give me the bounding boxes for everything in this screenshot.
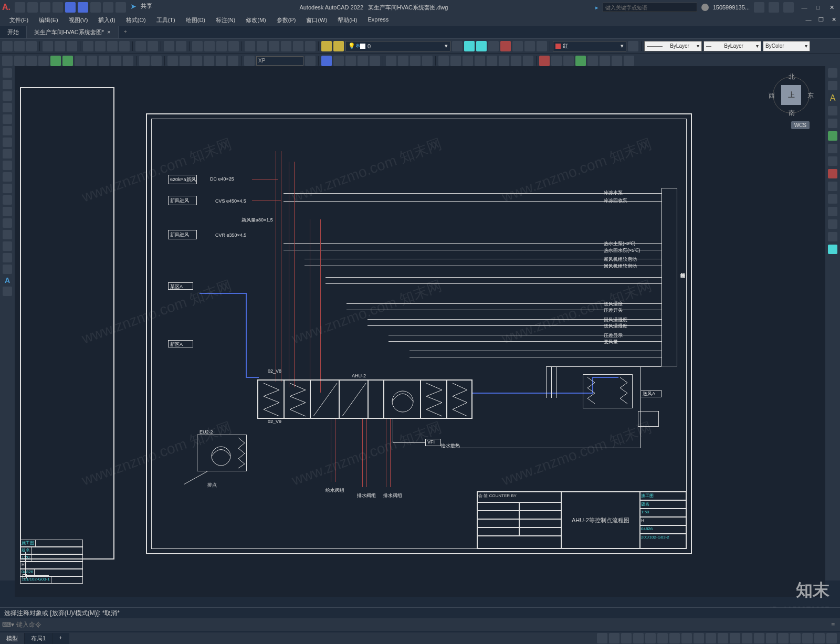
- centermark-icon[interactable]: [180, 56, 190, 66]
- dim-baseline-icon[interactable]: [111, 56, 121, 66]
- polar-icon[interactable]: [645, 633, 656, 643]
- rectangle-icon[interactable]: [3, 114, 12, 124]
- linetype-dropdown[interactable]: ———ByLayer▾: [644, 41, 702, 51]
- command-line[interactable]: ⌨▾ ≡: [0, 618, 840, 631]
- copy-icon[interactable]: [95, 41, 106, 51]
- revcloud-icon[interactable]: [3, 149, 12, 159]
- block-icon[interactable]: [135, 41, 146, 51]
- right-tb-13-icon[interactable]: [828, 232, 837, 241]
- preview-icon[interactable]: [55, 41, 65, 51]
- quickprops-icon[interactable]: [742, 633, 752, 643]
- open-file-icon[interactable]: [14, 41, 25, 51]
- polygon-icon[interactable]: [3, 103, 12, 112]
- break-icon[interactable]: [463, 56, 473, 66]
- markup-icon[interactable]: [293, 41, 303, 51]
- fillet-icon[interactable]: [511, 56, 521, 66]
- user-avatar-icon[interactable]: [701, 4, 709, 11]
- menu-file[interactable]: 文件(F): [4, 15, 34, 26]
- rotate-icon[interactable]: [398, 56, 408, 66]
- right-tb-14-icon[interactable]: [828, 245, 837, 254]
- zoom-window-icon[interactable]: [228, 41, 239, 51]
- sheetset-icon[interactable]: [281, 41, 291, 51]
- eattedit-icon[interactable]: [148, 41, 158, 51]
- join-icon[interactable]: [487, 56, 497, 66]
- doc-minimize-button[interactable]: —: [802, 15, 815, 24]
- pline-icon[interactable]: [3, 91, 12, 101]
- model-tab[interactable]: 模型: [0, 633, 25, 644]
- cut-icon[interactable]: [83, 41, 93, 51]
- ellipsearc-icon[interactable]: [3, 184, 12, 193]
- menu-dim[interactable]: 标注(N): [211, 15, 240, 26]
- command-search-icon[interactable]: ≡: [828, 621, 838, 628]
- dim-space-icon[interactable]: [139, 56, 150, 66]
- layer-lock-icon[interactable]: [537, 41, 547, 51]
- dim-continue-icon[interactable]: [123, 56, 133, 66]
- gradient-icon[interactable]: [3, 241, 12, 251]
- inspection-icon[interactable]: [192, 56, 202, 66]
- right-tb-8-icon[interactable]: [828, 169, 837, 178]
- menu-draw[interactable]: 绘图(D): [181, 15, 211, 26]
- splineedit-icon[interactable]: [600, 56, 610, 66]
- undo2-icon[interactable]: [164, 41, 174, 51]
- array-icon[interactable]: [370, 56, 380, 66]
- close-button[interactable]: ✕: [825, 3, 838, 12]
- lineweight-dropdown[interactable]: —ByLayer▾: [704, 41, 761, 51]
- autodesk-app-icon[interactable]: [754, 2, 764, 13]
- layer-manager-icon[interactable]: [321, 41, 332, 51]
- dimstyle-input[interactable]: [256, 56, 303, 66]
- pedit-icon[interactable]: [587, 56, 598, 66]
- matchprop-icon[interactable]: [119, 41, 130, 51]
- dim-break-icon[interactable]: [151, 56, 162, 66]
- dimstyle-icon[interactable]: [244, 56, 255, 66]
- copy2-icon[interactable]: [333, 56, 344, 66]
- right-tb-3-icon[interactable]: [828, 106, 837, 115]
- tab-close-icon[interactable]: ×: [107, 29, 110, 35]
- dim-arc-icon[interactable]: [26, 56, 37, 66]
- cloud-save-icon[interactable]: [78, 2, 88, 13]
- right-tb-7-icon[interactable]: [828, 156, 837, 166]
- explode-icon[interactable]: [539, 56, 550, 66]
- annomonitor-icon[interactable]: [754, 633, 764, 643]
- dim-edit-icon[interactable]: [216, 56, 226, 66]
- layer-match-icon[interactable]: [464, 41, 475, 51]
- move-icon[interactable]: [386, 56, 396, 66]
- insert-block-icon[interactable]: [3, 195, 12, 205]
- dynamic-input-icon[interactable]: [730, 633, 740, 643]
- share-label[interactable]: 共享: [141, 2, 152, 13]
- cart-icon[interactable]: [769, 2, 779, 13]
- menu-format[interactable]: 格式(O): [121, 15, 151, 26]
- properties-icon[interactable]: [245, 41, 255, 51]
- color-dropdown[interactable]: 红▾: [553, 41, 626, 51]
- quickcalc-icon[interactable]: [305, 41, 316, 51]
- offset-icon[interactable]: [358, 56, 368, 66]
- make-block-icon[interactable]: [3, 207, 12, 216]
- snap-icon[interactable]: [621, 633, 632, 643]
- jogline-icon[interactable]: [204, 56, 214, 66]
- right-tb-4-icon[interactable]: [828, 119, 837, 128]
- zoom-prev-icon[interactable]: [216, 41, 227, 51]
- cleanscreen-icon[interactable]: [814, 633, 825, 643]
- help-icon[interactable]: [783, 2, 794, 13]
- layer-uniso-icon[interactable]: [488, 41, 499, 51]
- plotstyle-dropdown[interactable]: ByColor▾: [763, 41, 810, 51]
- paste-icon[interactable]: [107, 41, 118, 51]
- grid-icon[interactable]: [609, 633, 620, 643]
- right-tb-1-icon[interactable]: [828, 68, 837, 78]
- open-icon[interactable]: [27, 2, 38, 13]
- maximize-button[interactable]: □: [812, 3, 824, 12]
- right-tb-2-icon[interactable]: [828, 81, 837, 90]
- designcenter-icon[interactable]: [257, 41, 267, 51]
- blend-icon[interactable]: [523, 56, 533, 66]
- selectioncycling-icon[interactable]: [718, 633, 728, 643]
- publish-icon[interactable]: [67, 41, 77, 51]
- menu-param[interactable]: 参数(P): [271, 15, 301, 26]
- dim-linear-icon[interactable]: [2, 56, 13, 66]
- hatch-icon[interactable]: [3, 230, 12, 239]
- right-tb-10-icon[interactable]: [828, 194, 837, 204]
- redo-icon[interactable]: [116, 2, 126, 13]
- mirror-icon[interactable]: [345, 56, 356, 66]
- menu-modify[interactable]: 修改(M): [240, 15, 271, 26]
- hardware-accel-icon[interactable]: [790, 633, 801, 643]
- trim-icon[interactable]: [438, 56, 449, 66]
- color-select-icon[interactable]: [628, 41, 638, 51]
